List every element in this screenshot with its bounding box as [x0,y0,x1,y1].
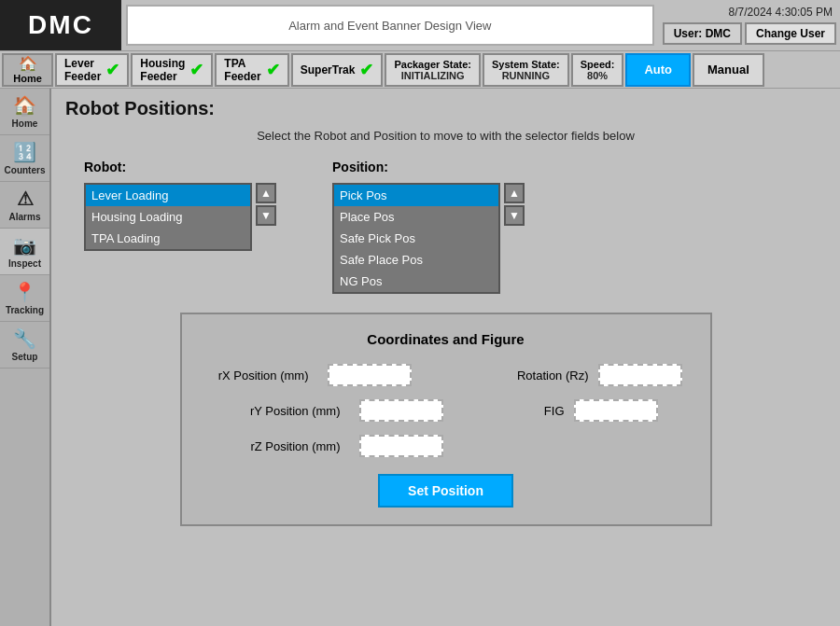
ry-label: rY Position (mm) [210,404,341,418]
position-list-item-1[interactable]: Place Pos [334,206,498,228]
fig-field-group: FIG [490,399,658,422]
content-area: Robot Positions: Select the Robot and Po… [51,89,840,626]
supertrak-check: ✔ [359,60,373,80]
ry-input[interactable] [359,399,443,422]
speed-block: Speed: 80% [571,53,624,87]
sidebar-item-home[interactable]: 🏠 Home [0,89,49,135]
change-user-button[interactable]: Change User [745,22,836,45]
position-arrow-up[interactable]: ▲ [504,183,525,203]
robot-label: Robot: [84,160,276,174]
packager-state-block: Packager State: INITIALIZING [385,53,481,87]
system-state-block: System State: RUNNING [483,53,569,87]
supertrak-label: SuperTrak [301,63,356,77]
rotation-field-group: Rotation (Rz) [458,364,682,386]
user-display: User: DMC [663,22,742,45]
rz-label: rZ Position (mm) [210,439,341,453]
sidebar-item-home[interactable]: 🏠 Home [2,53,53,87]
housing-feeder-check: ✔ [189,60,203,80]
position-selector-group: Position: Pick Pos Place Pos Safe Pick P… [332,160,525,294]
position-arrow-col: ▲ ▼ [504,183,525,226]
robot-list-item-2[interactable]: TPA Loading [86,228,250,249]
header: DMC Alarm and Event Banner Design View 8… [0,0,840,51]
lever-feeder-label: LeverFeeder [64,57,101,83]
robot-arrow-down[interactable]: ▼ [256,205,276,226]
rx-input[interactable] [328,364,412,386]
home-label: Home [13,73,42,84]
housing-feeder-status: HousingFeeder ✔ [131,53,213,87]
instruction-text: Select the Robot and Position to move to… [65,129,826,143]
robot-list[interactable]: Lever Loading Housing Loading TPA Loadin… [84,183,252,251]
alarm-banner: Alarm and Event Banner Design View [126,5,654,46]
tpa-feeder-check: ✔ [266,60,280,80]
rx-row: rX Position (mm) Rotation (Rz) [210,364,682,386]
status-bar: 🏠 Home LeverFeeder ✔ HousingFeeder ✔ TPA… [0,51,840,89]
tpa-feeder-status: TPAFeeder ✔ [215,53,288,87]
manual-button[interactable]: Manual [693,53,764,87]
lever-feeder-check: ✔ [105,60,119,80]
sidebar-item-counters[interactable]: 🔢 Counters [0,135,49,182]
robot-list-item-1[interactable]: Housing Loading [86,206,250,228]
setup-icon: 🔧 [13,327,36,350]
datetime: 8/7/2024 4:30:05 PM [729,6,836,19]
header-buttons: User: DMC Change User [663,22,836,45]
tpa-feeder-label: TPAFeeder [224,57,260,83]
alarm-banner-text: Alarm and Event Banner Design View [288,19,491,33]
tracking-icon: 📍 [13,281,36,303]
page-title: Robot Positions: [65,98,826,119]
sidebar-home-label: Home [12,118,38,129]
sidebar-inspect-label: Inspect [8,258,41,269]
rz-input[interactable] [359,435,443,457]
system-state-value: RUNNING [502,70,550,81]
coord-title: Coordinates and Figure [210,331,682,347]
inspect-icon: 📷 [13,234,36,257]
counters-icon: 🔢 [13,141,36,163]
sidebar-item-setup[interactable]: 🔧 Setup [0,322,49,369]
speed-label: Speed: [581,59,615,70]
rotation-input[interactable] [598,364,682,386]
sidebar-item-tracking[interactable]: 📍 Tracking [0,275,49,322]
rx-label: rX Position (mm) [210,369,309,383]
position-list-item-2[interactable]: Safe Pick Pos [334,228,498,249]
ry-row: rY Position (mm) FIG [210,399,682,422]
home-icon: 🏠 [19,55,37,73]
supertrak-status: SuperTrak ✔ [291,53,384,87]
sidebar: 🏠 Home 🔢 Counters ⚠ Alarms 📷 Inspect 📍 T… [0,89,51,626]
sidebar-item-alarms[interactable]: ⚠ Alarms [0,182,49,229]
coordinates-box: Coordinates and Figure rX Position (mm) … [180,313,712,526]
position-selector-with-arrows: Pick Pos Place Pos Safe Pick Pos Safe Pl… [332,183,525,294]
robot-selector-with-arrows: Lever Loading Housing Loading TPA Loadin… [84,183,276,251]
header-right: 8/7/2024 4:30:05 PM User: DMC Change Use… [659,0,840,50]
position-list[interactable]: Pick Pos Place Pos Safe Pick Pos Safe Pl… [332,183,500,294]
rz-row: rZ Position (mm) [210,435,682,457]
robot-list-item-0[interactable]: Lever Loading [86,185,250,206]
set-position-button[interactable]: Set Position [378,474,513,508]
main-layout: 🏠 Home 🔢 Counters ⚠ Alarms 📷 Inspect 📍 T… [0,89,840,626]
sidebar-item-inspect[interactable]: 📷 Inspect [0,229,49,275]
alarms-icon: ⚠ [17,188,34,210]
robot-arrow-col: ▲ ▼ [256,183,276,226]
fig-input[interactable] [574,399,658,422]
position-list-item-3[interactable]: Safe Place Pos [334,249,498,271]
position-label: Position: [332,160,525,174]
sidebar-tracking-label: Tracking [6,305,44,315]
auto-button[interactable]: Auto [625,53,691,87]
sidebar-counters-label: Counters [5,165,46,175]
logo: DMC [0,0,121,50]
lever-feeder-status: LeverFeeder ✔ [55,53,129,87]
sidebar-alarms-label: Alarms [9,212,41,222]
robot-selector-group: Robot: Lever Loading Housing Loading TPA… [84,160,276,294]
position-list-item-0[interactable]: Pick Pos [334,185,498,206]
rotation-label: Rotation (Rz) [458,369,589,383]
system-state-label: System State: [492,59,560,70]
housing-feeder-label: HousingFeeder [140,57,185,83]
robot-arrow-up[interactable]: ▲ [256,183,276,203]
packager-state-value: INITIALIZING [401,70,465,81]
position-arrow-down[interactable]: ▼ [504,205,525,226]
position-list-item-4[interactable]: NG Pos [334,271,498,292]
packager-state-label: Packager State: [394,59,471,70]
sidebar-setup-label: Setup [12,352,38,362]
speed-value: 80% [587,70,608,81]
selectors-row: Robot: Lever Loading Housing Loading TPA… [84,160,826,294]
fig-label: FIG [490,404,565,418]
home-icon: 🏠 [13,94,36,117]
